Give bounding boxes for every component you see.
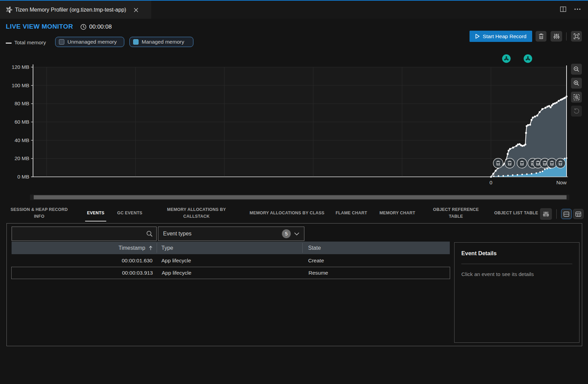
section-tab-bar: SESSION & HEAP RECORD INFOEVENTSGC EVENT… [0,204,588,223]
managed-memory-checkbox[interactable] [133,39,139,45]
column-header-timestamp[interactable]: Timestamp [12,242,153,254]
search-icon [146,230,153,237]
section-tab-label: FLAME CHART [336,210,367,216]
event-timestamp: 00:00:01.630 [11,255,153,267]
y-tick-label: 40 MB [15,137,29,143]
close-tab-icon[interactable] [132,6,140,14]
live-memory-chart[interactable] [33,61,567,177]
section-tab-label: OBJECT LIST TABLE [494,210,538,216]
x-tick-start-label: 0 [490,180,492,185]
section-tab-flame-chart[interactable]: FLAME CHART [331,204,372,221]
fullscreen-icon[interactable] [571,31,582,42]
play-icon [475,34,480,39]
legend-unmanaged-label: Unmanaged memory [67,39,117,45]
tizen-logo-icon [5,6,13,15]
y-tick-label: 60 MB [15,119,29,125]
event-state: Resume [308,267,445,279]
start-heap-record-label: Start Heap Record [483,33,526,40]
clear-chart-trash-icon[interactable] [536,31,546,42]
event-type: App lifecycle [161,255,301,267]
event-type: App lifecycle [162,267,301,279]
column-header-state[interactable]: State [308,242,321,254]
tabbar-separator [556,209,557,219]
total-memory-line-swatch [6,43,12,44]
start-heap-record-button[interactable]: Start Heap Record [470,31,532,42]
split-editor-icon[interactable] [558,5,568,14]
section-tab-label: SESSION & HEAP RECORD INFO [5,206,73,220]
editor-tab-bar: Tizen Memory Profiler (org.tizen.tmp-tes… [0,0,588,19]
section-tab-label: EVENTS [87,210,104,216]
chart-hscrollbar-track[interactable] [30,195,569,200]
events-table-header: Timestamp Type State [12,242,450,254]
y-tick-label: 80 MB [15,101,29,106]
x-tick-end-label: Now [556,180,567,185]
events-panel: Event types 5 Timestamp Type State 00:00… [6,223,582,346]
reset-zoom-icon[interactable] [571,106,582,117]
toggle-unmanaged-memory[interactable]: Unmanaged memory [55,37,124,47]
y-tick-label: 120 MB [12,64,29,70]
layout-grid-icon[interactable] [573,209,584,219]
event-details-title: Event Details [461,250,497,257]
more-actions-icon[interactable] [573,5,582,14]
section-tab-gc-events[interactable]: GC EVENTS [114,204,145,221]
event-details-panel: Event Details Click an event to see its … [454,242,579,343]
section-tab-label: OBJECT REFERENCE TABLE [427,206,485,220]
section-tab-events[interactable]: EVENTS [77,204,114,221]
column-divider [157,243,157,253]
chart-settings-sliders-icon[interactable] [551,31,562,42]
event-timestamp: 00:00:03.913 [12,267,153,279]
y-tick-label: 20 MB [15,155,29,161]
page-title: LIVE VIEW MONITOR [6,23,73,30]
elapsed-time: 00:00:08 [89,24,112,30]
section-tab-object-list-table[interactable]: OBJECT LIST TABLE [492,204,540,221]
section-tab-label: GC EVENTS [117,210,142,216]
section-tab-session-heap-record-info[interactable]: SESSION & HEAP RECORD INFO [5,204,73,221]
section-tab-label: MEMORY ALLOCATIONS BY CALLSTACK [157,206,236,220]
sort-asc-icon [149,246,153,250]
chevron-down-icon [294,232,299,235]
section-tab-memory-allocations-by-class[interactable]: MEMORY ALLOCATIONS BY CLASS [248,204,327,221]
unmanaged-memory-checkbox[interactable] [59,39,64,45]
event-state: Create [308,255,444,267]
event-types-dropdown[interactable]: Event types 5 [158,227,304,241]
section-tab-label: MEMORY ALLOCATIONS BY CLASS [250,210,324,216]
event-details-placeholder: Click an event to see its details [461,271,534,277]
section-tab-memory-allocations-by-callstack[interactable]: MEMORY ALLOCATIONS BY CALLSTACK [157,204,236,221]
y-tick-label: 100 MB [12,82,29,88]
layout-rows-icon[interactable] [561,209,572,219]
event-row[interactable]: 00:00:03.913App lifecycleResume [11,267,450,279]
section-tab-label: MEMORY CHART [379,210,415,216]
zoom-selection-icon[interactable] [571,92,582,103]
column-header-type[interactable]: Type [161,242,173,254]
event-search-input[interactable] [12,231,146,237]
chart-hscrollbar-thumb[interactable] [34,195,567,199]
zoom-out-icon[interactable] [571,64,582,75]
table-settings-sliders-icon[interactable] [540,208,552,220]
event-types-count-badge: 5 [282,229,291,238]
editor-tab-memory-profiler[interactable]: Tizen Memory Profiler (org.tizen.tmp-tes… [0,1,151,19]
section-tab-memory-chart[interactable]: MEMORY CHART [377,204,418,221]
y-tick-label: 0 MB [17,174,29,180]
window-top-accent-line [0,0,588,1]
divider [461,264,572,264]
event-search-box [12,227,157,241]
legend-managed-label: Managed memory [142,39,184,45]
zoom-in-icon[interactable] [571,78,582,89]
event-types-label: Event types [163,231,282,237]
tizen-memory-profiler-window: Tizen Memory Profiler (org.tizen.tmp-tes… [0,0,588,384]
legend-total-memory: Total memory [14,40,46,46]
clock-icon [80,24,86,31]
editor-tab-title: Tizen Memory Profiler (org.tizen.tmp-tes… [15,7,126,13]
column-divider [302,243,303,253]
section-tab-object-reference-table[interactable]: OBJECT REFERENCE TABLE [427,204,485,221]
toolbar-separator [566,32,567,41]
event-row[interactable]: 00:00:01.630App lifecycleCreate [11,255,450,267]
toggle-managed-memory[interactable]: Managed memory [129,37,193,47]
